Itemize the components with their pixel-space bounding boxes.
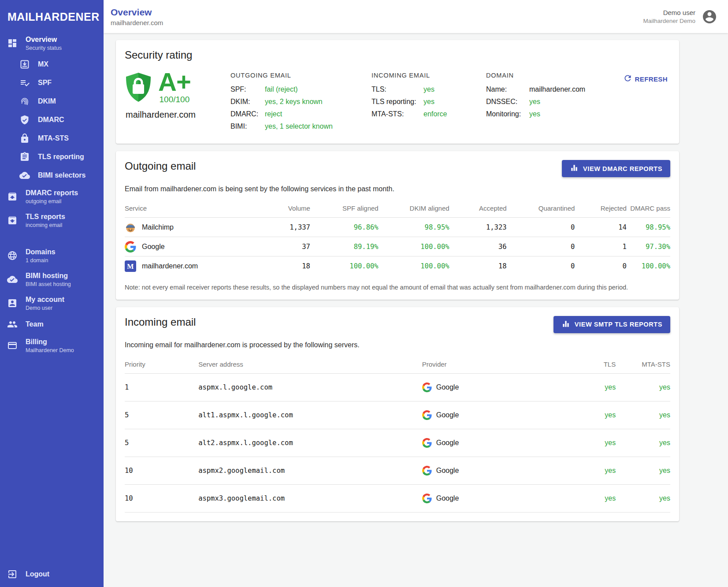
provider-cell: Google	[422, 410, 564, 420]
security-detail-value: yes	[529, 98, 540, 106]
page-subtitle: mailhardener.com	[111, 19, 163, 26]
tls-cell: yes	[564, 457, 616, 484]
sidebar-item-spf[interactable]: SPF	[0, 74, 104, 92]
service-name: Mailchimp	[142, 223, 174, 231]
user-name: Demo user	[643, 9, 695, 16]
spf-aligned-cell: 100.00%	[310, 256, 379, 276]
incoming-table-row: 10aspmx3.googlemail.comGoogleyesyes	[125, 484, 670, 512]
sidebar-nav: OverviewSecurity statusMXSPFDKIMDMARCMTA…	[0, 31, 104, 357]
sidebar-item-my-account[interactable]: My accountDemo user	[0, 291, 104, 315]
view-smtp-tls-reports-label: VIEW SMTP TLS REPORTS	[575, 321, 662, 328]
tls-cell: yes	[564, 484, 616, 512]
provider-cell: Google	[422, 383, 564, 392]
content: Security rating	[104, 33, 728, 587]
provider-cell: Google	[422, 438, 564, 448]
view-smtp-tls-reports-button[interactable]: VIEW SMTP TLS REPORTS	[553, 316, 670, 333]
incoming-card-title: Incoming email	[125, 316, 196, 328]
security-body: A+ 100/100 mailhardener.com OUTGOING EMA…	[125, 72, 670, 135]
outgoing-table-row: Google3789.19%100.00%360197.30%	[125, 237, 670, 256]
sidebar: MAILHARDENER OverviewSecurity statusMXSP…	[0, 0, 104, 587]
sidebar-item-tls-reports[interactable]: TLS reportsincoming email	[0, 208, 104, 232]
security-detail-value: yes, 2 keys known	[265, 98, 323, 106]
page-title: Overview	[111, 7, 163, 18]
account-circle-icon[interactable]	[702, 9, 717, 25]
sidebar-item-bimi-hosting[interactable]: BIMI hostingBIMI asset hosting	[0, 267, 104, 291]
security-score: 100/100	[160, 95, 190, 104]
outgoing-card-head: Outgoing email VIEW DMARC REPORTS	[125, 160, 670, 177]
inbox-download-icon	[7, 215, 18, 226]
security-detail-label: TLS reporting:	[371, 98, 423, 106]
main-area: Overview mailhardener.com Demo user Mail…	[104, 0, 728, 587]
user-org: Mailhardener Demo	[643, 18, 695, 24]
outgoing-column-header: Accepted	[449, 199, 507, 218]
server-address-cell: aspmx.l.google.com	[198, 373, 422, 401]
mta-sts-cell: yes	[616, 401, 670, 429]
sidebar-item-text: My accountDemo user	[26, 295, 64, 311]
sidebar-item-billing[interactable]: BillingMailhardener Demo	[0, 334, 104, 357]
sidebar-item-dmarc-reports[interactable]: DMARC reportsoutgoing email	[0, 185, 104, 208]
sidebar-item-text: DMARC	[38, 115, 64, 124]
provider-name: Google	[436, 494, 459, 502]
google-icon	[422, 383, 432, 392]
outgoing-table: ServiceVolumeSPF alignedDKIM alignedAcce…	[125, 199, 670, 276]
outgoing-table-body: Mailchimp1,33796.86%98.95%1,32301498.95%…	[125, 218, 670, 276]
incoming-column-header: Server address	[198, 355, 422, 374]
rejected-cell: 0	[575, 256, 627, 276]
refresh-label: REFRESH	[635, 75, 668, 83]
view-dmarc-reports-button[interactable]: VIEW DMARC REPORTS	[562, 160, 670, 177]
outgoing-column-header: DMARC pass	[627, 199, 670, 218]
sidebar-item-tls-reporting[interactable]: TLS reporting	[0, 148, 104, 166]
sidebar-item-team[interactable]: Team	[0, 315, 104, 334]
outgoing-card-title: Outgoing email	[125, 160, 196, 172]
logout-icon	[7, 569, 18, 580]
clipboard-icon	[19, 152, 30, 162]
bar-chart-icon	[570, 163, 579, 174]
globe-icon	[7, 250, 18, 261]
sidebar-item-bimi-selectors[interactable]: BIMI selectors	[0, 166, 104, 185]
lock-icon	[19, 133, 30, 144]
security-section-heading: OUTGOING EMAIL	[230, 72, 358, 79]
rating-domain: mailhardener.com	[126, 110, 221, 120]
mta-sts-cell: yes	[616, 373, 670, 401]
accepted-cell: 36	[449, 237, 507, 256]
sidebar-item-label: MTA-STS	[38, 134, 69, 143]
security-detail-value: enforce	[423, 110, 447, 118]
sidebar-item-sublabel: BIMI asset hosting	[26, 281, 71, 287]
accepted-cell: 18	[449, 256, 507, 276]
incoming-column-header: Provider	[422, 355, 564, 374]
sidebar-item-mta-sts[interactable]: MTA-STS	[0, 129, 104, 148]
security-detail-label: MTA-STS:	[371, 110, 423, 118]
nav-spacer	[0, 232, 104, 244]
security-detail-row: TLS:yes	[371, 85, 473, 93]
security-section: OUTGOING EMAILSPF:fail (reject)DKIM:yes,…	[230, 72, 358, 135]
incoming-column-header: Priority	[125, 355, 198, 374]
service-cell: Mmailhardener.com	[125, 260, 256, 272]
dkim-aligned-cell: 100.00%	[379, 237, 449, 256]
topbar-right: Demo user Mailhardener Demo	[643, 9, 717, 25]
outgoing-column-header: Rejected	[575, 199, 627, 218]
cloud-check-icon	[7, 274, 18, 285]
sidebar-item-label: Domains	[26, 248, 56, 256]
sidebar-item-text: TLS reportsincoming email	[26, 212, 65, 228]
sidebar-item-dmarc[interactable]: DMARC	[0, 111, 104, 129]
sidebar-item-label: BIMI selectors	[38, 171, 85, 180]
sidebar-item-dkim[interactable]: DKIM	[0, 92, 104, 111]
sidebar-item-logout[interactable]: Logout	[0, 565, 104, 583]
fingerprint-icon	[19, 96, 30, 107]
mx-inbox-icon	[19, 59, 30, 70]
sidebar-item-overview[interactable]: OverviewSecurity status	[0, 31, 104, 55]
page-heading: Overview mailhardener.com	[111, 7, 163, 26]
sidebar-item-text: BillingMailhardener Demo	[26, 338, 74, 353]
sidebar-item-text: MTA-STS	[38, 134, 69, 143]
sidebar-item-mx[interactable]: MX	[0, 55, 104, 74]
sidebar-item-domains[interactable]: Domains1 domain	[0, 244, 104, 267]
cloud-check-icon	[19, 170, 30, 181]
outgoing-description: Email from mailhardener.com is being sen…	[125, 185, 670, 193]
sidebar-item-label: DKIM	[38, 97, 56, 106]
security-detail-row: MTA-STS:enforce	[371, 110, 473, 118]
incoming-table-row: 5alt2.aspmx.l.google.comGoogleyesyes	[125, 429, 670, 457]
sidebar-item-label: DMARC reports	[26, 189, 78, 197]
incoming-description: Incoming email for mailhardener.com is p…	[125, 341, 670, 349]
refresh-button[interactable]: REFRESH	[620, 72, 670, 86]
quarantined-cell: 0	[507, 218, 575, 237]
